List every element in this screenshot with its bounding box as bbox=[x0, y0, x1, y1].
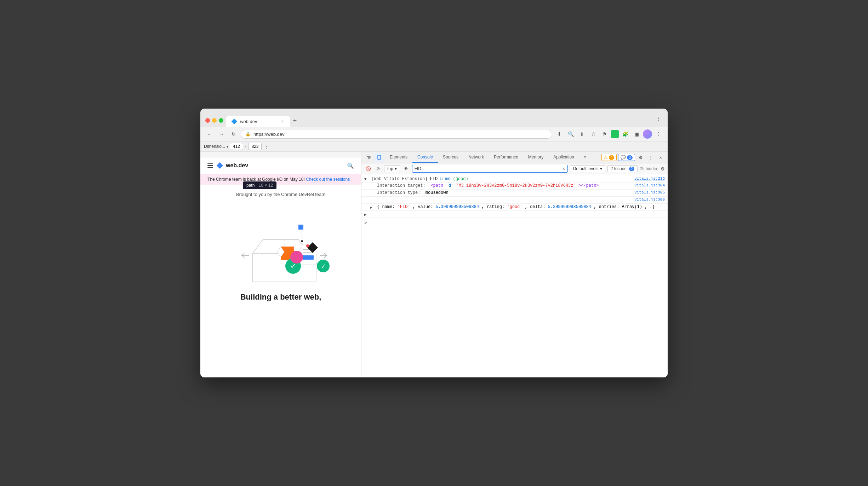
tooltip-size: 18 × 12 bbox=[259, 183, 273, 188]
metric-rating: (good) bbox=[453, 177, 468, 181]
expand-arrow[interactable]: ▶ bbox=[364, 212, 369, 217]
console-output: ▼ [ Web Vitals Extension ] FID 5 ms (goo… bbox=[361, 174, 668, 377]
back-button[interactable]: ← bbox=[205, 129, 215, 139]
share-button[interactable]: ⬆ bbox=[577, 129, 587, 139]
entry-object-arrow[interactable]: ▶ bbox=[370, 205, 374, 210]
height-input[interactable] bbox=[248, 143, 262, 150]
zoom-button[interactable]: 🔍 bbox=[566, 129, 576, 139]
obj-entries-val: Array(1) bbox=[622, 204, 642, 209]
browser-window: 🔷 web.dev × + ⋮ ← → ↻ 🔒 https://web.dev … bbox=[200, 109, 668, 377]
issues-button[interactable]: 2 Issues: 2 bbox=[607, 165, 638, 172]
source-link-308[interactable]: vitals.js:308 bbox=[634, 197, 665, 202]
hamburger-line bbox=[207, 167, 213, 168]
tab-close-button[interactable]: × bbox=[279, 118, 285, 124]
obj-rating-val: 'good' bbox=[507, 204, 522, 209]
metric-value: 5 ms bbox=[440, 177, 453, 181]
default-levels-selector[interactable]: Default levels ▾ bbox=[570, 165, 605, 172]
hamburger-menu-button[interactable] bbox=[207, 163, 213, 168]
warnings-badge: 4 bbox=[609, 155, 615, 160]
devtools-settings-button[interactable]: ⚙ bbox=[636, 153, 645, 162]
flag-button[interactable]: ⚑ bbox=[600, 129, 610, 139]
warnings-button[interactable]: ⚠ 4 bbox=[601, 154, 617, 161]
device-toolbar-button[interactable] bbox=[375, 153, 383, 162]
entry-expand-arrow[interactable]: ▼ bbox=[364, 177, 369, 181]
inspect-element-button[interactable] bbox=[364, 153, 373, 162]
maximize-window-button[interactable] bbox=[219, 118, 223, 123]
minimize-window-button[interactable] bbox=[212, 118, 217, 123]
console-settings-button[interactable]: ⚙ bbox=[661, 166, 665, 172]
width-input[interactable] bbox=[230, 143, 243, 150]
dimension-more-button[interactable]: ⋮ bbox=[263, 144, 270, 149]
dimension-arrow[interactable]: ▾ bbox=[227, 145, 228, 149]
tab-network[interactable]: Network bbox=[463, 152, 489, 163]
entry-content-target: Interaction target: <path d= "M3 18h18v-… bbox=[377, 183, 632, 188]
filter-input-wrapper: × bbox=[412, 165, 568, 173]
tab-application[interactable]: Application bbox=[548, 152, 579, 163]
sidebar-button[interactable]: ▣ bbox=[632, 129, 641, 139]
forward-button[interactable]: → bbox=[217, 129, 227, 139]
console-toolbar: 🚫 ⊘ top ▾ 👁 × Default levels ▾ 2 Issues: bbox=[361, 163, 668, 174]
building-text: Building a better web, bbox=[240, 293, 321, 302]
context-value: top bbox=[387, 166, 393, 171]
filter-clear-button[interactable]: × bbox=[562, 166, 565, 172]
tab-sources-label: Sources bbox=[443, 155, 458, 160]
tab-console[interactable]: Console bbox=[412, 152, 438, 163]
html-value: "M3 18h18v-2H3v2zm0-5h18v-2H3v2zm0-7v2h1… bbox=[456, 183, 576, 188]
hero-illustration: ✓ bbox=[231, 204, 330, 289]
messages-button[interactable]: 💬 2 bbox=[618, 154, 635, 161]
tab-performance[interactable]: Performance bbox=[489, 152, 523, 163]
obj-sep2: , bbox=[481, 204, 486, 209]
extensions-button[interactable]: 🧩 bbox=[620, 129, 630, 139]
devtools-tabs: Elements Console Sources Network Perform… bbox=[361, 152, 668, 163]
console-entry-expand: ▶ bbox=[361, 211, 668, 218]
tabs-area: 🔷 web.dev × + ⋮ bbox=[226, 114, 663, 127]
devtools-close-button[interactable]: × bbox=[656, 153, 665, 162]
source-link-235[interactable]: vitals.js:235 bbox=[634, 177, 665, 181]
context-selector[interactable]: top ▾ bbox=[384, 165, 400, 172]
browser-menu-button[interactable]: ⋮ bbox=[653, 129, 663, 139]
browser-tab-active[interactable]: 🔷 web.dev × bbox=[226, 116, 290, 127]
tab-elements[interactable]: Elements bbox=[385, 152, 412, 163]
download-button[interactable]: ⬇ bbox=[554, 129, 564, 139]
clear-console-button[interactable]: 🚫 bbox=[364, 165, 372, 173]
banner-link[interactable]: Check out the sessions bbox=[306, 177, 350, 182]
bookmark-button[interactable]: ☆ bbox=[588, 129, 598, 139]
filter-icon-button[interactable]: ⊘ bbox=[374, 165, 382, 173]
new-tab-button[interactable]: + bbox=[290, 116, 300, 126]
devtools-more-button[interactable]: ⋮ bbox=[646, 153, 655, 162]
site-logo[interactable]: web.dev bbox=[216, 162, 248, 169]
messages-badge: 2 bbox=[627, 155, 633, 160]
html-tag-close: ></path> bbox=[578, 183, 599, 188]
source-link-305[interactable]: vitals.js:305 bbox=[634, 190, 665, 195]
entry-content: [ Web Vitals Extension ] FID 5 ms (good) bbox=[371, 177, 632, 181]
title-bar: 🔷 web.dev × + ⋮ bbox=[200, 109, 668, 127]
address-bar[interactable]: 🔒 https://web.dev bbox=[241, 130, 552, 139]
search-button[interactable]: 🔍 bbox=[347, 162, 354, 169]
source-link-304[interactable]: vitals.js:304 bbox=[634, 183, 665, 187]
filter-input[interactable] bbox=[415, 166, 561, 171]
obj-rating-key: rating: bbox=[487, 204, 507, 209]
interaction-target-label: Interaction target: bbox=[377, 183, 428, 188]
interaction-type-label: Interaction type: bbox=[377, 190, 423, 195]
address-toolbar: ← → ↻ 🔒 https://web.dev ⬇ 🔍 ⬆ ☆ ⚑ 🧩 ▣ ⋮ bbox=[200, 127, 668, 141]
obj-delta-val: 5.399999998509884 bbox=[548, 204, 591, 209]
profile-avatar[interactable] bbox=[643, 129, 652, 139]
svg-point-14 bbox=[306, 244, 309, 247]
tab-sources[interactable]: Sources bbox=[438, 152, 463, 163]
tab-more[interactable]: » bbox=[579, 152, 592, 163]
console-input[interactable] bbox=[369, 221, 665, 226]
logo-icon bbox=[216, 162, 224, 169]
tab-network-label: Network bbox=[468, 155, 484, 160]
entry-content-type: Interaction type: mousedown bbox=[377, 190, 632, 195]
issues-label: 2 Issues: bbox=[611, 166, 628, 171]
dimension-separator: × bbox=[245, 144, 247, 149]
metric-name: FID bbox=[430, 177, 440, 181]
dimension-label[interactable]: Dimensio... bbox=[204, 144, 225, 149]
issues-count-badge: 2 bbox=[629, 167, 635, 171]
close-window-button[interactable] bbox=[205, 118, 210, 123]
refresh-button[interactable]: ↻ bbox=[229, 129, 239, 139]
eye-button[interactable]: 👁 bbox=[402, 165, 410, 173]
window-menu-button[interactable]: ⋮ bbox=[654, 114, 663, 123]
tab-memory[interactable]: Memory bbox=[523, 152, 548, 163]
warning-icon: ⚠ bbox=[604, 155, 608, 160]
